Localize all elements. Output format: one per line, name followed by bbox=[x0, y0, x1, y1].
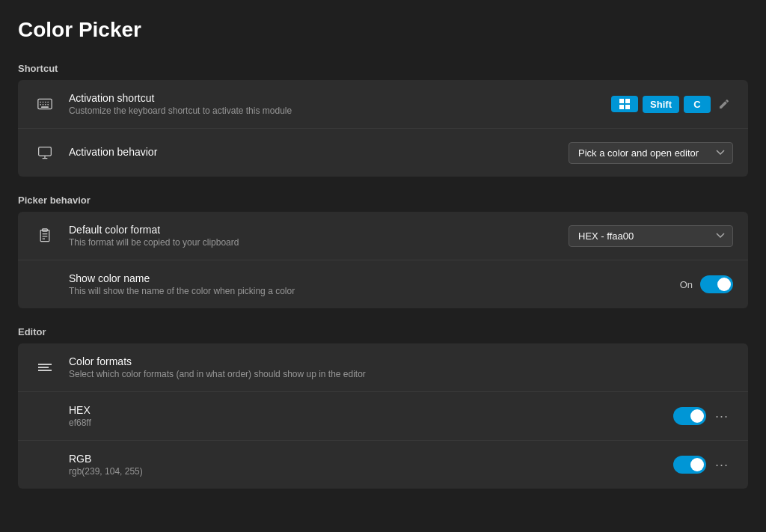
toggle-slider bbox=[700, 275, 733, 293]
show-color-name-toggle[interactable] bbox=[700, 275, 733, 293]
activation-shortcut-title: Activation shortcut bbox=[69, 92, 611, 104]
hex-toggle-slider bbox=[673, 407, 706, 425]
show-color-name-title: Show color name bbox=[69, 272, 680, 284]
color-formats-header-row: Color formats Select which color formats… bbox=[18, 343, 748, 392]
show-color-name-content: Show color name This will show the name … bbox=[69, 272, 680, 296]
picker-behavior-card: Default color format This format will be… bbox=[18, 212, 748, 308]
rgb-format-content: RGB rgb(239, 104, 255) bbox=[69, 453, 673, 477]
show-color-name-toggle-label: On bbox=[680, 279, 693, 290]
show-color-name-subtitle: This will show the name of the color whe… bbox=[69, 286, 680, 296]
show-color-name-row: Show color name This will show the name … bbox=[18, 260, 748, 308]
hex-format-more-button[interactable]: ··· bbox=[711, 406, 733, 426]
default-color-format-row: Default color format This format will be… bbox=[18, 212, 748, 260]
default-color-format-control: HEX - ffaa00 RGB - 255, 170, 0 HSL - 40°… bbox=[569, 225, 733, 247]
rgb-format-row: RGB rgb(239, 104, 255) ··· bbox=[18, 441, 748, 489]
color-formats-title: Color formats bbox=[69, 355, 733, 367]
hex-spacer bbox=[33, 404, 57, 428]
color-formats-content: Color formats Select which color formats… bbox=[69, 355, 733, 379]
shortcut-section-label: Shortcut bbox=[18, 63, 748, 74]
clipboard-icon bbox=[33, 224, 57, 248]
shortcut-card: Activation shortcut Customize the keyboa… bbox=[18, 80, 748, 177]
page-container: Color Picker Shortcut bbox=[0, 0, 766, 525]
edit-shortcut-button[interactable] bbox=[715, 95, 733, 113]
editor-card: Color formats Select which color formats… bbox=[18, 343, 748, 489]
hex-format-content: HEX ef68ff bbox=[69, 404, 673, 428]
color-formats-subtitle: Select which color formats (and in what … bbox=[69, 369, 733, 379]
activation-behavior-title: Activation behavior bbox=[69, 146, 569, 158]
activation-shortcut-content: Activation shortcut Customize the keyboa… bbox=[69, 92, 611, 116]
rgb-format-more-button[interactable]: ··· bbox=[711, 455, 733, 474]
activation-behavior-row: Activation behavior Pick a color and ope… bbox=[18, 129, 748, 177]
rgb-format-name: RGB bbox=[69, 453, 673, 465]
c-key-badge: C bbox=[684, 96, 711, 113]
hex-format-toggle[interactable] bbox=[673, 407, 706, 425]
shift-key-badge: Shift bbox=[643, 96, 679, 113]
hex-format-control: ··· bbox=[673, 406, 733, 426]
editor-section-label: Editor bbox=[18, 326, 748, 337]
rgb-toggle-slider bbox=[673, 456, 706, 474]
show-color-name-toggle-wrapper: On bbox=[680, 275, 733, 293]
activation-behavior-control: Pick a color and open editor Pick a colo… bbox=[569, 142, 733, 164]
activation-shortcut-row: Activation shortcut Customize the keyboa… bbox=[18, 80, 748, 129]
monitor-icon bbox=[33, 141, 57, 165]
svg-rect-10 bbox=[39, 147, 52, 156]
activation-shortcut-subtitle: Customize the keyboard shortcut to activ… bbox=[69, 106, 611, 116]
default-color-format-select[interactable]: HEX - ffaa00 RGB - 255, 170, 0 HSL - 40°… bbox=[569, 225, 733, 247]
picker-behavior-section-label: Picker behavior bbox=[18, 195, 748, 206]
rgb-format-toggle[interactable] bbox=[673, 456, 706, 474]
win-key-badge bbox=[611, 96, 638, 112]
default-color-format-subtitle: This format will be copied to your clipb… bbox=[69, 237, 569, 248]
spacer-icon bbox=[33, 272, 57, 296]
hex-format-row: HEX ef68ff ··· bbox=[18, 392, 748, 441]
rgb-format-control: ··· bbox=[673, 455, 733, 474]
activation-behavior-select[interactable]: Pick a color and open editor Pick a colo… bbox=[569, 142, 733, 164]
default-color-format-content: Default color format This format will be… bbox=[69, 224, 569, 248]
activation-behavior-content: Activation behavior bbox=[69, 146, 569, 159]
default-color-format-title: Default color format bbox=[69, 224, 569, 236]
show-color-name-control: On bbox=[680, 275, 733, 293]
keyboard-icon bbox=[33, 92, 57, 116]
rgb-spacer bbox=[33, 453, 57, 477]
hex-format-value: ef68ff bbox=[69, 418, 673, 428]
rgb-format-value: rgb(239, 104, 255) bbox=[69, 466, 673, 477]
hex-format-name: HEX bbox=[69, 404, 673, 416]
shortcut-keys-control: Shift C bbox=[611, 95, 733, 113]
page-title: Color Picker bbox=[18, 18, 748, 42]
list-icon bbox=[33, 355, 57, 379]
